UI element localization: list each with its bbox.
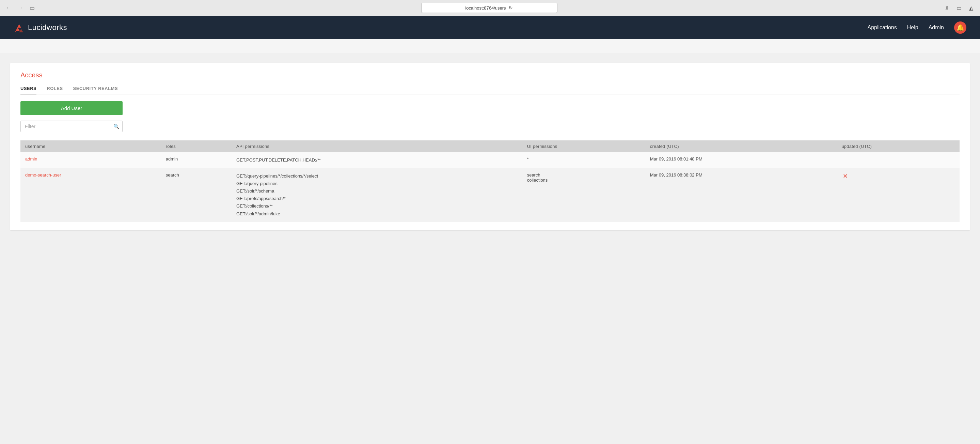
add-user-button[interactable]: Add User — [21, 101, 123, 115]
tab-security-realms[interactable]: SECURITY REALMS — [73, 83, 118, 94]
api-permissions-list: GET:/query-pipelines/*/collections/*/sel… — [236, 172, 518, 218]
section-title: Access — [21, 71, 959, 79]
filter-input[interactable] — [21, 121, 123, 132]
browser-nav: ← → ▭ — [4, 3, 37, 13]
lucidworks-logo-icon — [14, 23, 24, 32]
logo-text: Lucidworks — [28, 23, 67, 32]
users-table: username roles API permissions UI permis… — [21, 141, 959, 222]
browser-actions: ⇫ ▭ ◭ — [942, 3, 976, 13]
tabs-container: USERS ROLES SECURITY REALMS — [21, 83, 959, 94]
new-tab-button[interactable]: ▭ — [954, 3, 964, 13]
sub-header — [0, 39, 980, 53]
user-ui-permissions-cell: * — [522, 152, 645, 168]
user-created-cell: Mar 09, 2016 08:38:02 PM — [645, 168, 837, 222]
column-header-roles: roles — [161, 141, 232, 152]
user-updated-cell: ✕ — [837, 168, 959, 222]
share-button[interactable]: ⇫ — [942, 3, 951, 13]
table-header-row: username roles API permissions UI permis… — [21, 141, 959, 152]
svg-marker-1 — [19, 27, 23, 32]
sidebar-toggle-button[interactable]: ▭ — [27, 3, 37, 13]
api-permissions-list: GET,POST,PUT,DELETE,PATCH,HEAD:/** — [236, 157, 518, 164]
page-content: Access USERS ROLES SECURITY REALMS Add U… — [10, 63, 970, 230]
column-header-api-permissions: API permissions — [232, 141, 522, 152]
column-header-updated: updated (UTC) — [837, 141, 959, 152]
address-bar-container: localhost:8764/users ↻ — [40, 3, 939, 13]
user-created-cell: Mar 09, 2016 08:01:48 PM — [645, 152, 837, 168]
filter-container: 🔍 — [21, 121, 123, 132]
table-row: demo-search-user search GET:/query-pipel… — [21, 168, 959, 222]
logo-area: Lucidworks — [14, 23, 67, 32]
column-header-created: created (UTC) — [645, 141, 837, 152]
user-roles-cell: admin — [161, 152, 232, 168]
app-header: Lucidworks Applications Help Admin 🔔 — [0, 16, 980, 39]
applications-nav-link[interactable]: Applications — [867, 24, 897, 31]
user-ui-permissions-cell: searchcollections — [522, 168, 645, 222]
search-icon: 🔍 — [113, 124, 119, 129]
header-nav: Applications Help Admin 🔔 — [867, 21, 966, 34]
forward-button[interactable]: → — [16, 3, 25, 13]
table-header: username roles API permissions UI permis… — [21, 141, 959, 152]
back-button[interactable]: ← — [4, 3, 14, 13]
admin-user-link[interactable]: admin — [25, 157, 37, 161]
reload-button[interactable]: ↻ — [508, 5, 514, 11]
column-header-ui-permissions: UI permissions — [522, 141, 645, 152]
user-updated-cell — [837, 152, 959, 168]
admin-nav-link[interactable]: Admin — [929, 24, 944, 31]
tab-users[interactable]: USERS — [21, 83, 37, 94]
demo-search-user-link[interactable]: demo-search-user — [25, 172, 61, 177]
notification-button[interactable]: 🔔 — [954, 21, 966, 34]
user-roles-cell: search — [161, 168, 232, 222]
url-text: localhost:8764/users — [465, 5, 506, 11]
delete-user-button[interactable]: ✕ — [842, 172, 849, 180]
table-row: admin admin GET,POST,PUT,DELETE,PATCH,HE… — [21, 152, 959, 168]
user-api-permissions-cell: GET,POST,PUT,DELETE,PATCH,HEAD:/** — [232, 152, 522, 168]
user-username-cell: demo-search-user — [21, 168, 161, 222]
tab-roles[interactable]: ROLES — [47, 83, 63, 94]
column-header-username: username — [21, 141, 161, 152]
table-body: admin admin GET,POST,PUT,DELETE,PATCH,HE… — [21, 152, 959, 222]
extensions-button[interactable]: ◭ — [966, 3, 976, 13]
help-nav-link[interactable]: Help — [907, 24, 918, 31]
browser-chrome: ← → ▭ localhost:8764/users ↻ ⇫ ▭ ◭ — [0, 0, 980, 16]
address-bar: localhost:8764/users ↻ — [421, 3, 557, 13]
user-username-cell: admin — [21, 152, 161, 168]
user-api-permissions-cell: GET:/query-pipelines/*/collections/*/sel… — [232, 168, 522, 222]
